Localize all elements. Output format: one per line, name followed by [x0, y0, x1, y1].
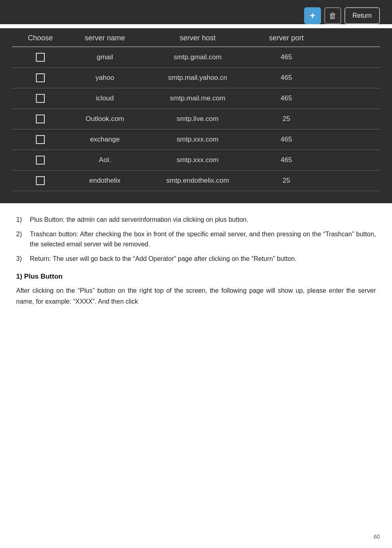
- row-checkbox[interactable]: [36, 176, 45, 185]
- checkbox-cell: [16, 53, 65, 62]
- server-name-cell: yahoo: [65, 74, 145, 82]
- list-item-number: 3): [16, 254, 26, 264]
- list-item: 3)Return: The user will go back to the “…: [16, 254, 376, 264]
- server-name-cell: Aol.: [65, 156, 145, 164]
- doc-section-title: 1) Plus Button: [16, 273, 376, 281]
- trash-icon: 🗑: [329, 11, 337, 21]
- table-row: gmailsmtp.gmail.com465: [12, 47, 380, 68]
- checkbox-cell: [16, 176, 65, 185]
- server-name-cell: exchange: [65, 135, 145, 144]
- server-port-cell: 465: [250, 156, 323, 164]
- plus-button[interactable]: +: [304, 7, 321, 24]
- server-name-cell: endothelix: [65, 177, 145, 185]
- server-host-cell: smtp.gmail.com: [145, 53, 250, 61]
- server-port-cell: 25: [250, 115, 323, 123]
- col-server-port: server port: [250, 34, 323, 42]
- doc-paragraph: After clicking on the “Plus” button on t…: [16, 285, 376, 307]
- server-host-cell: smtp.mail.yahoo.cn: [145, 74, 250, 82]
- page-number: 60: [373, 533, 380, 540]
- table-row: exchangesmtp.xxx.com465: [12, 129, 380, 150]
- toolbar: + 🗑 Return: [0, 0, 392, 24]
- list-item-number: 2): [16, 229, 26, 250]
- server-host-cell: smtp.live.com: [145, 115, 250, 123]
- trash-button[interactable]: 🗑: [324, 7, 341, 24]
- list-item-number: 1): [16, 215, 26, 225]
- row-checkbox[interactable]: [36, 53, 45, 62]
- server-name-cell: gmail: [65, 53, 145, 61]
- table-header-row: Choose server name server host server po…: [12, 28, 380, 47]
- col-server-name: server name: [65, 34, 145, 42]
- documentation-area: 1)Plus Button: the admin can add serveri…: [0, 203, 392, 323]
- doc-list: 1)Plus Button: the admin can add serveri…: [16, 215, 376, 264]
- table-row: icloudsmtp.mail.me.com465: [12, 88, 380, 109]
- list-item: 1)Plus Button: the admin can add serveri…: [16, 215, 376, 225]
- plus-icon: +: [310, 10, 315, 21]
- checkbox-cell: [16, 115, 65, 123]
- table-row: yahoosmtp.mail.yahoo.cn465: [12, 68, 380, 88]
- table-row: Aol.smtp.xxx.com465: [12, 150, 380, 171]
- list-item-text: Return: The user will go back to the “Ad…: [30, 254, 296, 264]
- row-checkbox[interactable]: [36, 135, 45, 144]
- server-port-cell: 465: [250, 74, 323, 82]
- server-host-cell: smtp.xxx.com: [145, 156, 250, 164]
- server-host-cell: smtp.mail.me.com: [145, 94, 250, 102]
- server-port-cell: 25: [250, 177, 323, 185]
- checkbox-cell: [16, 135, 65, 144]
- row-checkbox[interactable]: [36, 73, 45, 82]
- server-port-cell: 465: [250, 135, 323, 144]
- checkbox-cell: [16, 156, 65, 165]
- return-button[interactable]: Return: [344, 7, 380, 24]
- server-name-cell: icloud: [65, 94, 145, 102]
- table-row: Outlook.comsmtp.live.com25: [12, 109, 380, 129]
- row-checkbox[interactable]: [36, 94, 45, 103]
- list-item-text: Plus Button: the admin can add serverinf…: [30, 215, 248, 225]
- row-checkbox[interactable]: [36, 115, 45, 123]
- table-row: endothelixsmtp.endothelix.com25: [12, 171, 380, 191]
- server-name-cell: Outlook.com: [65, 115, 145, 123]
- server-host-cell: smtp.endothelix.com: [145, 177, 250, 185]
- server-port-cell: 465: [250, 94, 323, 102]
- list-item-text: Trashcan button: After checking the box …: [30, 229, 376, 250]
- list-item: 2)Trashcan button: After checking the bo…: [16, 229, 376, 250]
- col-choose: Choose: [16, 34, 65, 42]
- checkbox-cell: [16, 73, 65, 82]
- col-server-host: server host: [145, 34, 250, 42]
- table-body: gmailsmtp.gmail.com465yahoosmtp.mail.yah…: [12, 47, 380, 191]
- server-table-container: Choose server name server host server po…: [0, 28, 392, 203]
- row-checkbox[interactable]: [36, 156, 45, 165]
- server-host-cell: smtp.xxx.com: [145, 135, 250, 144]
- server-port-cell: 465: [250, 53, 323, 61]
- checkbox-cell: [16, 94, 65, 103]
